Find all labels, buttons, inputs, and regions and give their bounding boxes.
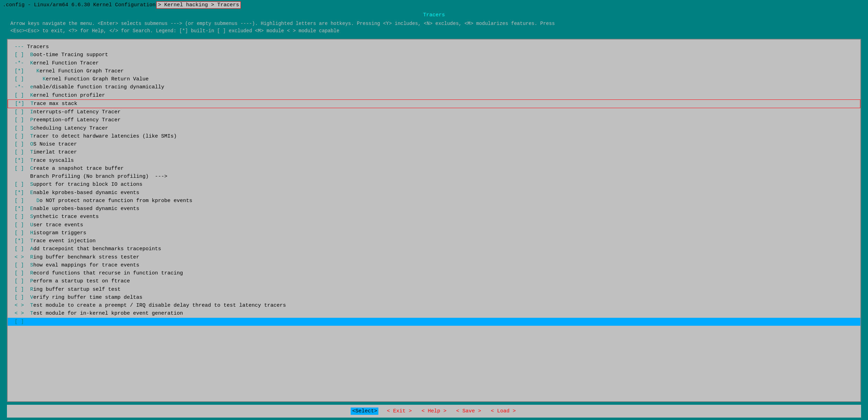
list-item[interactable]: [ ] Create a snapshot trace buffer [8,165,860,173]
list-item[interactable]: [ ] Kernel function profiler [8,91,860,99]
list-item[interactable]: < > Test module to create a preempt / IR… [8,301,860,309]
save-button[interactable]: < Save > [455,408,483,415]
list-item[interactable]: [ ] Support for tracing block IO actions [8,181,860,189]
list-item[interactable]: [ ] Scheduling Latency Tracer [8,124,860,132]
list-item[interactable]: [ ] Preemption-off Latency Tracer [8,116,860,124]
help-line2: <Esc><Esc> to exit, <?> for Help, </> fo… [10,27,858,35]
load-button[interactable]: < Load > [490,408,517,415]
title-bar: .config - Linux/arm64 6.6.30 Kernel Conf… [0,0,868,10]
select-button[interactable]: <Select> [351,408,378,415]
menu-content: --- Tracers[ ] Boot-time Tracing support… [8,43,860,398]
list-item[interactable]: [ ] Ring buffer startup self test [8,286,860,294]
list-item[interactable]: [ ] [8,318,860,326]
help-line1: Arrow keys navigate the menu. <Enter> se… [10,20,858,27]
list-item[interactable]: < > Ring buffer benchmark stress tester [8,253,860,261]
list-item[interactable]: -*- enable/disable function tracing dyna… [8,83,860,91]
list-item[interactable]: [ ] Add tracepoint that benchmarks trace… [8,245,860,253]
list-item[interactable]: < > Test module for in-kernel kprobe eve… [8,309,860,317]
list-item[interactable]: [*] Trace max stack [8,99,860,108]
list-item[interactable]: [ ] Kernel Function Graph Return Value [8,75,860,83]
breadcrumb: > Kernel hacking > Tracers [156,1,241,9]
list-item[interactable]: [ ] Perform a startup test on ftrace [8,277,860,285]
list-item[interactable]: [*] Kernel Function Graph Tracer [8,67,860,75]
main-box: --- Tracers[ ] Boot-time Tracing support… [7,39,861,402]
list-item[interactable]: -*- Kernel Function Tracer [8,59,860,67]
bottom-bar: <Select> < Exit > < Help > < Save > < Lo… [7,405,861,418]
list-item[interactable]: [ ] Boot-time Tracing support [8,51,860,59]
list-item[interactable]: [ ] Interrupts-off Latency Tracer [8,108,860,116]
list-item[interactable]: Branch Profiling (No branch profiling) -… [8,173,860,181]
list-item[interactable]: [ ] Record functions that recurse in fun… [8,269,860,277]
list-item[interactable]: [*] Enable kprobes-based dynamic events [8,189,860,197]
list-item[interactable]: [ ] OS Noise tracer [8,140,860,148]
window-title: .config - Linux/arm64 6.6.30 Kernel Conf… [3,2,156,8]
list-item[interactable]: [ ] Show eval mappings for trace events [8,261,860,269]
list-item[interactable]: [ ] Timerlat tracer [8,148,860,156]
list-item[interactable]: [*] Trace event injection [8,237,860,245]
list-item[interactable]: [*] Enable uprobes-based dynamic events [8,205,860,213]
help-button[interactable]: < Help > [420,408,448,415]
list-item[interactable]: [ ] Tracer to detect hardware latencies … [8,132,860,140]
list-item[interactable]: [ ] Verify ring buffer time stamp deltas [8,294,860,301]
list-item[interactable]: [ ] Histogram triggers [8,229,860,237]
list-item[interactable]: --- Tracers [8,43,860,51]
exit-button[interactable]: < Exit > [385,408,413,415]
section-title: Tracers [0,10,868,19]
help-text: Arrow keys navigate the menu. <Enter> se… [0,19,868,36]
list-item[interactable]: [ ] Synthetic trace events [8,213,860,221]
list-item[interactable]: [ ] Do NOT protect notrace function from… [8,197,860,205]
list-item[interactable]: [*] Trace syscalls [8,157,860,165]
list-item[interactable]: [ ] User trace events [8,221,860,229]
